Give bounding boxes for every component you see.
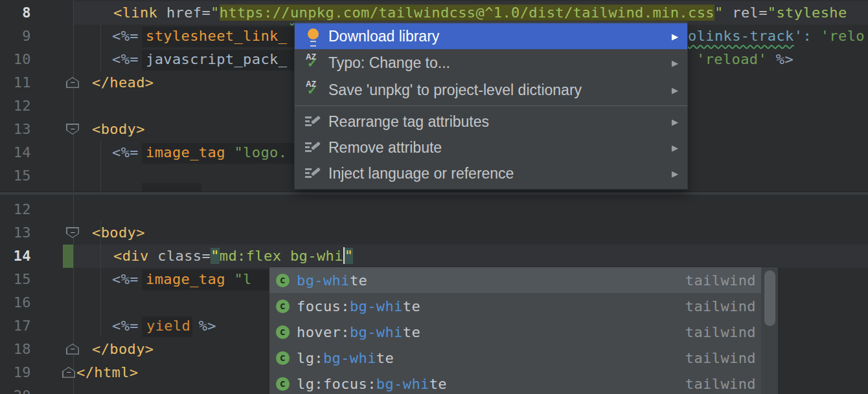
completion-item-focus-bg-white[interactable]: cfocus:bg-whitetailwind <box>269 293 778 319</box>
submenu-arrow-icon: ▶ <box>672 85 678 95</box>
css-class-icon: c <box>276 377 290 391</box>
intention-actions-popup: Download library ▶ AZ✓ Typo: Change to..… <box>295 21 687 189</box>
submenu-arrow-icon: ▶ <box>672 58 678 68</box>
ide-editor: 8 9 10 11 12 13 14 15 − − <link href="ht… <box>0 0 868 394</box>
submenu-arrow-icon: ▶ <box>672 32 678 41</box>
spellcheck-ok-icon: AZ✓ <box>305 54 322 71</box>
edit-intention-icon <box>305 113 322 130</box>
submenu-arrow-icon: ▶ <box>672 117 678 127</box>
edit-intention-icon <box>305 165 322 182</box>
code-line-13b[interactable]: <body> <box>0 221 868 245</box>
erb-fragment-band <box>142 183 201 192</box>
menu-item-download-library[interactable]: Download library ▶ <box>295 23 687 49</box>
menu-item-rearrange-tag-attributes[interactable]: Rearrange tag attributes ▶ <box>295 109 687 135</box>
edit-intention-icon <box>305 139 322 156</box>
line-number[interactable]: 12 <box>4 198 31 221</box>
submenu-arrow-icon: ▶ <box>672 143 678 153</box>
code-line-14b[interactable]: <div class="md:flex bg-whi" <box>0 245 868 268</box>
menu-item-inject-language[interactable]: Inject language or reference ▶ <box>295 160 687 186</box>
menu-item-remove-attribute[interactable]: Remove attribute ▶ <box>295 135 687 160</box>
code-completion-popup: cbg-whitetailwind cfocus:bg-whitetailwin… <box>269 267 779 394</box>
css-class-icon: c <box>276 274 290 287</box>
completion-item-lg-focus-bg-white[interactable]: clg:focus:bg-whitetailwind <box>269 371 778 394</box>
editor-split-divider <box>0 192 868 195</box>
lightbulb-icon <box>305 28 322 45</box>
menu-separator <box>295 105 687 106</box>
menu-item-typo-change-to[interactable]: AZ✓ Typo: Change to... ▶ <box>295 49 687 76</box>
css-class-icon: c <box>276 351 290 365</box>
css-class-icon: c <box>276 325 290 339</box>
completion-item-bg-white[interactable]: cbg-whitetailwind <box>269 267 778 293</box>
css-class-icon: c <box>276 300 290 313</box>
completion-item-lg-bg-white[interactable]: clg:bg-whitetailwind <box>269 345 778 371</box>
menu-item-save-to-dictionary[interactable]: AZ✓ Save 'unpkg' to project-level dictio… <box>295 76 687 104</box>
submenu-arrow-icon: ▶ <box>672 169 678 179</box>
spellcheck-ok-icon: AZ✓ <box>305 82 322 98</box>
scrollbar-thumb[interactable] <box>764 270 775 326</box>
completion-item-hover-bg-white[interactable]: chover:bg-whitetailwind <box>269 319 778 345</box>
